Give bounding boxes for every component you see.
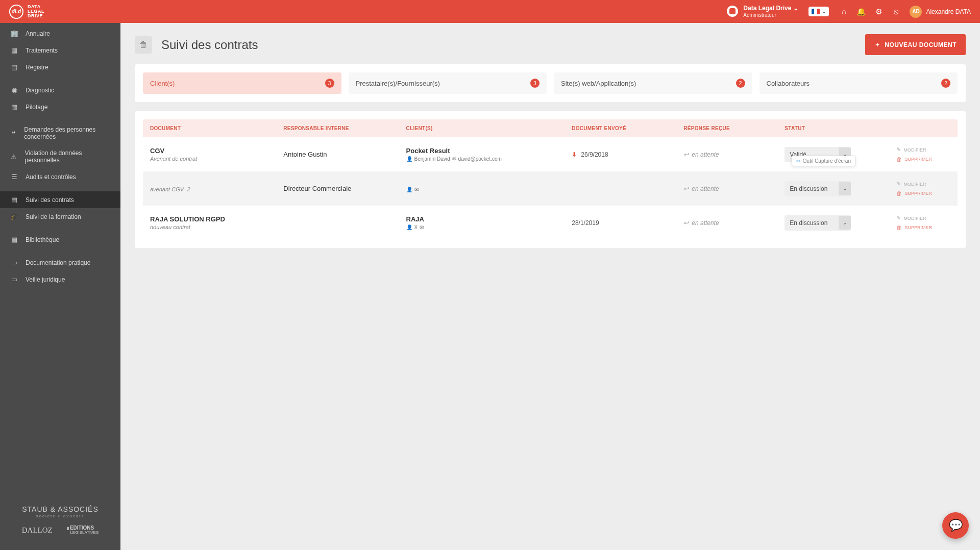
user-icon: 👤 <box>406 224 412 230</box>
table-row: RAJA SOLUTION RGPD nouveau contrat RAJA … <box>143 206 958 240</box>
sidebar-item-label: Bibliothèque <box>26 236 59 243</box>
col-statut: STATUT <box>785 126 892 131</box>
status-select[interactable]: En discussion ⌄ <box>785 215 851 231</box>
delete-button[interactable]: 🗑SUPPRIMER <box>896 224 950 231</box>
sidebar-item-formation[interactable]: 🎓Suivi de la formation <box>0 208 120 225</box>
download-icon: ⬇ <box>572 151 577 158</box>
sidebar-item-violation[interactable]: ⚠Violation de données personnelles <box>0 145 120 168</box>
chevron-down-icon: ⌄ <box>839 216 851 230</box>
delete-button[interactable]: 🗑SUPPRIMER <box>896 156 950 162</box>
tabs-card: Client(s) 3 Prestataire(s)/Fournisseur(s… <box>135 64 966 102</box>
sidebar-item-label: Diagnostic <box>26 87 54 94</box>
tab-prestataires[interactable]: Prestataire(s)/Fournisseur(s) 3 <box>349 72 547 94</box>
sidebar-footer: STAUB & ASSOCIÉS société d'avocats DALLO… <box>0 495 120 550</box>
edit-icon: ✎ <box>896 215 901 221</box>
user-menu[interactable]: AD Alexandre DATA <box>910 6 971 18</box>
partner-editions: ▮ EDITIONS LEGISLATIVES <box>67 526 99 535</box>
trash-icon: 🗑 <box>896 224 902 231</box>
sidebar-item-contrats[interactable]: ▤Suivi des contrats <box>0 191 120 208</box>
page-icon: ▭ <box>10 259 18 266</box>
edit-button[interactable]: ✎MODIFIER <box>896 181 950 187</box>
sidebar-item-demandes[interactable]: ❝Demandes des personnes concernées <box>0 121 120 145</box>
logo-mark-icon: dLd <box>9 5 23 19</box>
sidebar-item-audits[interactable]: ☰Audits et contrôles <box>0 168 120 185</box>
calendar-icon: ▦ <box>10 103 18 111</box>
chevron-down-icon: ⌄ <box>839 182 851 195</box>
plus-icon: ＋ <box>874 40 881 49</box>
tab-badge: 2 <box>941 79 950 88</box>
document-icon: ▤ <box>10 196 18 204</box>
new-document-button[interactable]: ＋ NOUVEAU DOCUMENT <box>865 34 966 55</box>
status-select[interactable]: En discussion ⌄ <box>785 181 851 196</box>
tab-badge: 3 <box>325 79 334 88</box>
sidebar-item-registre[interactable]: ▤Registre <box>0 59 120 76</box>
mail-icon: ✉ <box>420 224 424 230</box>
doc-subtitle: Avenant de contrat <box>150 156 279 162</box>
graduation-icon: 🎓 <box>10 213 18 220</box>
gear-icon[interactable]: ⚙ <box>870 7 887 16</box>
sidebar-item-label: Documentation pratique <box>26 259 90 266</box>
partner-staub: STAUB & ASSOCIÉS société d'avocats <box>6 505 114 518</box>
pending-label: en attente <box>692 185 719 192</box>
sidebar-item-veille[interactable]: ▭Veille juridique <box>0 271 120 288</box>
sent-date: 28/1/2019 <box>572 219 599 227</box>
client-contact: X <box>414 224 418 230</box>
org-name: Data Legal Drive <box>743 5 791 12</box>
delete-button[interactable]: 🗑SUPPRIMER <box>896 190 950 196</box>
sidebar-item-label: Violation de données personnelles <box>25 149 110 164</box>
edit-button[interactable]: ✎MODIFIER <box>896 215 950 221</box>
col-client: CLIENT(S) <box>406 126 568 131</box>
top-header: dLd DATALEGALDRIVE Data Legal Drive ⌄ Ad… <box>0 0 980 23</box>
sidebar-item-pilotage[interactable]: ▦Pilotage <box>0 98 120 115</box>
sidebar-item-traitements[interactable]: ▦Traitements <box>0 42 120 59</box>
edit-icon: ✎ <box>896 146 901 153</box>
org-switcher[interactable]: Data Legal Drive ⌄ Administrateur <box>727 5 798 18</box>
doc-title: RAJA SOLUTION RGPD <box>150 215 279 223</box>
edit-button[interactable]: ✎MODIFIER <box>896 146 950 153</box>
target-icon: ◉ <box>10 86 18 94</box>
bell-icon[interactable]: 🔔 <box>852 7 870 16</box>
responsable: Antoine Gustin <box>283 151 402 158</box>
logout-icon[interactable]: ⎋ <box>887 7 904 16</box>
table-header: DOCUMENT RESPONSABLE INTERNE CLIENT(S) D… <box>143 119 958 137</box>
col-document: DOCUMENT <box>150 126 279 131</box>
sidebar-item-diagnostic[interactable]: ◉Diagnostic <box>0 82 120 98</box>
tab-label: Client(s) <box>150 80 175 87</box>
sidebar-item-label: Suivi de la formation <box>26 213 81 220</box>
client-email: david@pocket.com <box>458 156 502 162</box>
chevron-down-icon: ⌄ <box>793 5 798 12</box>
sent-date: 26/9/2018 <box>581 151 608 158</box>
language-switcher[interactable]: ⌄ <box>808 7 829 16</box>
status-value: En discussion <box>790 219 827 227</box>
chat-fab[interactable]: 💬 <box>942 512 969 539</box>
sidebar-item-documentation[interactable]: ▭Documentation pratique <box>0 254 120 271</box>
button-label: NOUVEAU DOCUMENT <box>885 41 957 48</box>
sidebar-item-label: Suivi des contrats <box>26 196 74 204</box>
screenshot-tooltip: ✂Outil Capture d'écran <box>792 156 855 166</box>
tab-collaborateurs[interactable]: Collaborateurs 2 <box>760 72 958 94</box>
action-label: SUPPRIMER <box>904 191 932 196</box>
reply-icon: ↩ <box>683 151 689 158</box>
tab-label: Collaborateurs <box>767 80 810 87</box>
page-title: Suivi des contrats <box>161 38 865 52</box>
tab-sites[interactable]: Site(s) web/Application(s) 2 <box>554 72 752 94</box>
action-label: MODIFIER <box>903 182 926 187</box>
sidebar-item-label: Traitements <box>26 47 58 54</box>
reply-icon: ↩ <box>683 185 689 192</box>
avatar: AD <box>910 6 922 18</box>
pending-label: en attente <box>692 151 719 158</box>
user-icon: 👤 <box>406 187 412 192</box>
library-icon: ▤ <box>10 236 18 243</box>
sidebar-item-label: Registre <box>26 64 48 71</box>
brand-logo[interactable]: dLd DATALEGALDRIVE <box>9 5 44 19</box>
client-contact: Benjamin David <box>414 156 450 162</box>
sidebar-item-bibliotheque[interactable]: ▤Bibliothèque <box>0 231 120 248</box>
client-name: RAJA <box>406 215 568 223</box>
tab-badge: 3 <box>530 79 540 88</box>
tab-clients[interactable]: Client(s) 3 <box>143 72 341 94</box>
home-icon[interactable]: ⌂ <box>835 7 852 16</box>
page-icon: 🗑 <box>135 36 152 54</box>
user-name: Alexandre DATA <box>926 8 971 15</box>
sidebar-item-annuaire[interactable]: 🏢Annuaire <box>0 25 120 42</box>
pending-label: en attente <box>692 219 719 227</box>
